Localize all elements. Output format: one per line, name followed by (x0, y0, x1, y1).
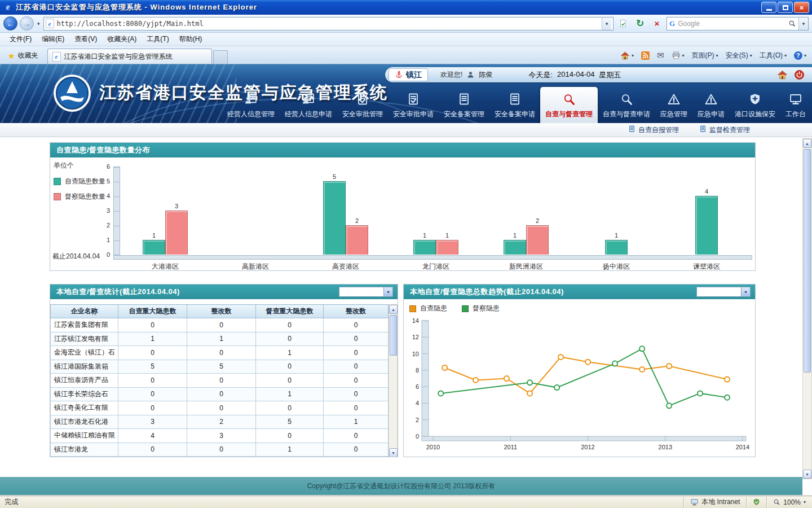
menu-item[interactable]: 收藏夹(A) (102, 33, 142, 46)
nav-item-8[interactable]: 应急管理 (655, 89, 692, 123)
bar-督察隐患数量-4: 2 (526, 225, 549, 255)
subnav-item-0[interactable]: 自查自报管理 (628, 125, 679, 135)
print-button[interactable]: ▾ (668, 49, 688, 63)
trend-chart-area: 自查隐患督察隐患 0246810121420102011201220132014 (404, 299, 755, 457)
stop-button[interactable]: × (650, 16, 664, 31)
address-dropdown[interactable]: ▾ (602, 17, 611, 30)
bar-group-6: 4 (661, 167, 752, 255)
nav-item-7[interactable]: 自查与督查申请 (598, 89, 655, 123)
star-icon: ★ (8, 51, 15, 60)
menu-item[interactable]: 工具(T) (142, 33, 174, 46)
stats-table-cell: 2 (187, 415, 256, 429)
home-button[interactable]: ▾ (617, 49, 637, 63)
stats-table-cell: 0 (324, 443, 389, 457)
feeds-button[interactable] (638, 49, 653, 63)
favorites-button[interactable]: ★ 收藏夹 (2, 49, 44, 63)
new-tab-button[interactable] (213, 50, 228, 64)
stats-table-cell: 中储粮镇江粮油有限 (51, 429, 118, 443)
forward-button[interactable]: → (20, 16, 34, 30)
stats-table-cell: 镇江恒泰沥青产品 (51, 374, 118, 388)
refresh-button[interactable]: ↻ (633, 16, 647, 31)
sub-nav: 自查自报管理监督检查管理 (0, 123, 812, 137)
page-scroll-up-icon[interactable]: ▲ (803, 139, 811, 148)
table-row-2[interactable]: 金海宏业（镇江）石0010 (51, 346, 389, 360)
logout-button[interactable] (793, 69, 805, 81)
bar-value-label: 2 (341, 217, 373, 224)
table-scrollbar[interactable]: ▲ ▼ (389, 304, 398, 457)
table-row-0[interactable]: 江苏索普集团有限0000 (51, 318, 389, 332)
search-dropdown[interactable]: ▾ (798, 17, 808, 30)
power-icon (794, 69, 805, 80)
read-mail-button[interactable]: ✉ (654, 49, 668, 63)
search-button[interactable] (785, 17, 798, 30)
svg-text:14: 14 (412, 317, 419, 324)
menu-item[interactable]: 编辑(E) (37, 33, 69, 46)
menu-item[interactable]: 帮助(H) (174, 33, 208, 46)
search-box[interactable]: G Google ▾ (667, 17, 809, 30)
page-menu-button[interactable]: 页面(P)▾ (689, 49, 722, 63)
zoom-control[interactable]: 100% ▾ (766, 497, 812, 507)
menu-item[interactable]: 文件(F) (5, 33, 37, 46)
table-scrollbar-thumb[interactable] (390, 315, 397, 356)
home-shortcut-button[interactable] (776, 69, 788, 81)
browser-tab[interactable]: e 江苏省港口安全监管与应急管理系统 (47, 49, 212, 64)
stats-table-cell: 0 (118, 318, 187, 332)
compatibility-view-button[interactable] (616, 16, 630, 31)
main-nav: 经营人信息管理经营人信息申请安全审批管理安全审批申请安全备案管理安全备案申请自查… (222, 87, 811, 123)
subnav-item-1[interactable]: 监督检查管理 (699, 125, 750, 135)
trend-filter-dropdown[interactable]: ▼ (696, 287, 751, 297)
safety-dropdown-icon: ▾ (750, 53, 752, 58)
address-bar[interactable]: e http://localhost:8080/yjpt/Main.html ▾ (43, 17, 614, 30)
trend-panel-title: 本地自查/督查隐患总数趋势(截止2014.04.04) (410, 287, 564, 297)
nav-item-4[interactable]: 安全备案管理 (439, 89, 489, 123)
table-row-7[interactable]: 镇江市港龙石化港3251 (51, 415, 389, 429)
nav-item-2[interactable]: 安全审批管理 (337, 89, 388, 123)
distribution-panel-header: 自查隐患/督查隐患数量分布 (50, 143, 755, 157)
table-row-1[interactable]: 江苏镇江发电有限1100 (51, 332, 389, 346)
nav-item-label: 港口设施保安 (735, 110, 775, 119)
nav-item-5[interactable]: 安全备案申请 (489, 89, 540, 123)
nav-item-1[interactable]: 经营人信息申请 (280, 89, 337, 123)
safety-menu-button[interactable]: 安全(S)▾ (722, 49, 756, 63)
stats-table-filter-dropdown[interactable]: ▼ (339, 287, 393, 297)
anchor-icon (395, 71, 403, 79)
svg-text:12: 12 (412, 334, 419, 340)
history-dropdown-icon[interactable]: ▾ (36, 21, 41, 27)
table-row-3[interactable]: 镇江港国际集装箱5500 (51, 360, 389, 374)
page-scroll-down-icon[interactable]: ▼ (803, 470, 811, 479)
back-button[interactable]: ← (3, 16, 17, 30)
stats-table-head: 企业名称自查重大隐患数整改数督查重大隐患数整改数 (51, 305, 389, 318)
table-scroll-up-icon[interactable]: ▲ (389, 305, 398, 314)
nav-item-0[interactable]: 经营人信息管理 (222, 89, 280, 123)
table-row-9[interactable]: 镇江市港龙0010 (51, 443, 389, 457)
bar-chart-unit-label: 单位个 (54, 161, 74, 170)
distribution-panel-title: 自查隐患/督查隐患数量分布 (56, 145, 150, 155)
page-scrollbar-thumb[interactable] (804, 149, 811, 373)
nav-item-9[interactable]: 应急申请 (692, 89, 730, 123)
table-row-5[interactable]: 镇江李长荣综合石0010 (51, 387, 389, 401)
bar-ytick-label: 6 (94, 163, 110, 170)
home-dropdown-icon: ▾ (632, 53, 634, 58)
page-scrollbar[interactable]: ▲ ▼ (802, 138, 812, 479)
nav-item-label: 安全审批申请 (393, 110, 434, 119)
help-button[interactable]: ?▾ (791, 49, 810, 63)
minimize-button[interactable] (761, 2, 776, 13)
table-row-6[interactable]: 镇江奇美化工有限0000 (51, 401, 389, 415)
menu-item[interactable]: 查看(V) (69, 33, 102, 46)
legend-swatch (54, 193, 61, 200)
google-icon: G (669, 19, 675, 28)
nav-item-3[interactable]: 安全审批申请 (388, 89, 439, 123)
table-scroll-down-icon[interactable]: ▼ (389, 448, 398, 457)
close-button[interactable]: × (794, 2, 809, 13)
nav-item-10[interactable]: 港口设施保安 (730, 89, 780, 123)
nav-item-6[interactable]: 自查与督查管理 (540, 87, 598, 123)
table-row-4[interactable]: 镇江恒泰沥青产品0000 (51, 374, 389, 388)
restore-button[interactable] (778, 2, 793, 13)
stats-table-header-cell: 企业名称 (51, 305, 118, 318)
table-row-8[interactable]: 中储粮镇江粮油有限4300 (51, 429, 389, 443)
svg-text:6: 6 (416, 383, 419, 390)
help-dropdown-icon: ▾ (804, 53, 806, 58)
stats-table-cell: 0 (118, 401, 187, 415)
nav-item-11[interactable]: 工作台 (780, 89, 811, 123)
tools-menu-button[interactable]: 工具(O)▾ (756, 49, 790, 63)
